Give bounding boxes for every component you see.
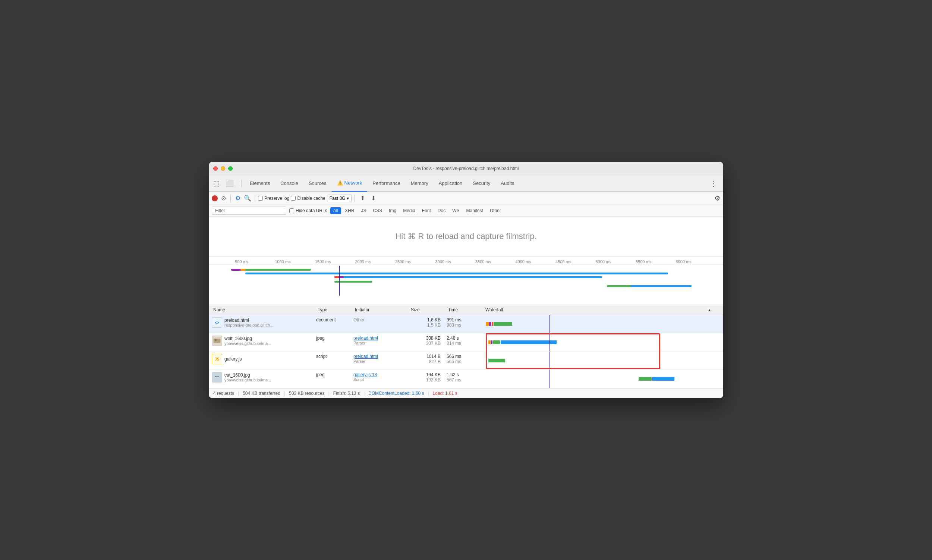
filter-type-img[interactable]: Img xyxy=(386,207,399,214)
search-icon[interactable]: 🔍 xyxy=(243,194,252,202)
disable-cache-checkbox[interactable] xyxy=(291,196,295,201)
toolbar-separator-3 xyxy=(355,195,355,202)
tab-sources[interactable]: Sources xyxy=(303,175,332,192)
requests-count: 4 requests xyxy=(213,391,234,396)
load-time: Load: 1.61 s xyxy=(433,391,457,396)
preserve-log-checkbox-label[interactable]: Preserve log xyxy=(258,196,289,201)
tab-elements[interactable]: Elements xyxy=(245,175,275,192)
filter-type-manifest[interactable]: Manifest xyxy=(463,207,486,214)
tab-security[interactable]: Security xyxy=(468,175,495,192)
cell-type: jpeg xyxy=(313,370,351,388)
tab-performance[interactable]: Performance xyxy=(367,175,405,192)
initiator-sub: Script xyxy=(354,377,403,382)
ruler-tick-11: 5500 ms xyxy=(636,260,676,264)
tab-separator xyxy=(241,180,241,187)
filter-type-font[interactable]: Font xyxy=(419,207,434,214)
svg-rect-3 xyxy=(212,372,222,382)
cell-name: <> preload.html responsive-preload.glitc… xyxy=(209,315,313,333)
chevron-down-icon: ▾ xyxy=(347,196,349,201)
timeline-bars xyxy=(231,266,701,295)
network-toolbar: ⊘ ⚙ 🔍 Preserve log Disable cache Fast 3G… xyxy=(209,192,723,205)
timeline-bar-red xyxy=(334,276,339,278)
ruler-tick-4: 2000 ms xyxy=(355,260,395,264)
filter-type-ws[interactable]: WS xyxy=(449,207,462,214)
svg-rect-1 xyxy=(214,338,221,343)
stop-button[interactable]: ⊘ xyxy=(219,194,228,202)
table-row[interactable]: <> preload.html responsive-preload.glitc… xyxy=(209,315,723,333)
file-icon-html: <> xyxy=(212,317,222,328)
file-url: yoavweiss.github.io/ima... xyxy=(225,378,271,382)
upload-icon[interactable]: ⬆ xyxy=(358,194,367,202)
svg-point-5 xyxy=(215,376,217,377)
cell-size: 1014 B 827 B xyxy=(406,352,444,369)
download-icon[interactable]: ⬇ xyxy=(369,194,378,202)
ruler-tick-12: 6000 ms xyxy=(676,260,716,264)
tab-application[interactable]: Application xyxy=(434,175,468,192)
cell-time: 1.62 s 567 ms xyxy=(444,370,481,388)
timeline-bar-blue2 xyxy=(344,276,602,278)
initiator-sub: Parser xyxy=(354,359,403,363)
ruler-tick-2: 1000 ms xyxy=(275,260,315,264)
status-sep-4: | xyxy=(363,391,364,396)
tab-network[interactable]: ⚠️ Network xyxy=(332,175,368,192)
timeline-bar-blue3 xyxy=(631,285,692,287)
throttle-dropdown[interactable]: Fast 3G ▾ xyxy=(327,195,352,202)
warning-icon: ⚠️ xyxy=(337,180,343,186)
device-icon[interactable]: ⬜ xyxy=(224,178,235,189)
transferred-size: 504 KB transferred xyxy=(243,391,280,396)
cell-time: 2.48 s 814 ms xyxy=(444,333,481,351)
header-time: Time xyxy=(447,307,484,312)
initiator-link[interactable]: preload.html xyxy=(354,354,403,359)
header-waterfall: Waterfall▲ xyxy=(484,307,713,312)
close-button[interactable] xyxy=(213,166,218,171)
filter-icon[interactable]: ⚙ xyxy=(234,194,242,202)
table-header: Name Type Initiator Size Time Waterfall▲ xyxy=(209,305,723,315)
filter-type-media[interactable]: Media xyxy=(400,207,418,214)
timeline-vline xyxy=(339,266,340,295)
filter-type-js[interactable]: JS xyxy=(358,207,369,214)
waterfall-vline-2 xyxy=(549,333,549,351)
filter-type-css[interactable]: CSS xyxy=(370,207,385,214)
cursor-icon[interactable]: ⬚ xyxy=(212,178,221,189)
initiator-sub: Parser xyxy=(354,341,403,345)
cell-waterfall xyxy=(481,352,723,369)
table-row[interactable]: wolf_1600.jpg yoavweiss.github.io/ima...… xyxy=(209,333,723,352)
cell-type: jpeg xyxy=(313,333,351,351)
preserve-log-checkbox[interactable] xyxy=(258,196,263,201)
more-tabs-button[interactable]: ⋮ xyxy=(707,177,720,189)
timeline-bar-blue1 xyxy=(245,272,668,274)
status-sep-3: | xyxy=(328,391,329,396)
status-sep-1: | xyxy=(238,391,239,396)
minimize-button[interactable] xyxy=(221,166,225,171)
hide-data-urls-checkbox[interactable] xyxy=(289,208,294,213)
filter-input[interactable] xyxy=(212,206,286,215)
initiator-link[interactable]: gallery.js:18 xyxy=(354,372,403,377)
table-row[interactable]: JS gallery.js script preload.html Parser… xyxy=(209,352,723,370)
filter-type-doc[interactable]: Doc xyxy=(435,207,449,214)
dom-content-loaded: DOMContentLoaded: 1.60 s xyxy=(368,391,424,396)
disable-cache-checkbox-label[interactable]: Disable cache xyxy=(291,196,325,201)
ruler-tick-6: 3000 ms xyxy=(435,260,476,264)
hide-data-urls-label[interactable]: Hide data URLs xyxy=(289,208,327,213)
tab-audits[interactable]: Audits xyxy=(495,175,519,192)
cell-name: cat_1600.jpg yoavweiss.github.io/ima... xyxy=(209,370,313,388)
timeline-bar-green3 xyxy=(334,281,372,283)
ruler-tick-10: 5000 ms xyxy=(596,260,636,264)
name-details: cat_1600.jpg yoavweiss.github.io/ima... xyxy=(225,372,271,382)
cell-waterfall xyxy=(481,370,723,388)
tab-console[interactable]: Console xyxy=(275,175,303,192)
filter-type-other[interactable]: Other xyxy=(487,207,504,214)
status-sep-5: | xyxy=(428,391,429,396)
record-button[interactable] xyxy=(212,195,218,202)
filter-type-all[interactable]: All xyxy=(330,207,341,214)
maximize-button[interactable] xyxy=(228,166,233,171)
file-icon-jpg2 xyxy=(212,372,222,383)
tab-memory[interactable]: Memory xyxy=(406,175,434,192)
header-type: Type xyxy=(316,307,354,312)
filter-bar: Hide data URLs All XHR JS CSS Img Media … xyxy=(209,205,723,217)
tabs-list: Elements Console Sources ⚠️ Network Perf… xyxy=(245,175,707,192)
table-row[interactable]: cat_1600.jpg yoavweiss.github.io/ima... … xyxy=(209,370,723,388)
initiator-link[interactable]: preload.html xyxy=(354,335,403,341)
filter-type-xhr[interactable]: XHR xyxy=(342,207,357,214)
settings-icon[interactable]: ⚙ xyxy=(714,194,720,202)
